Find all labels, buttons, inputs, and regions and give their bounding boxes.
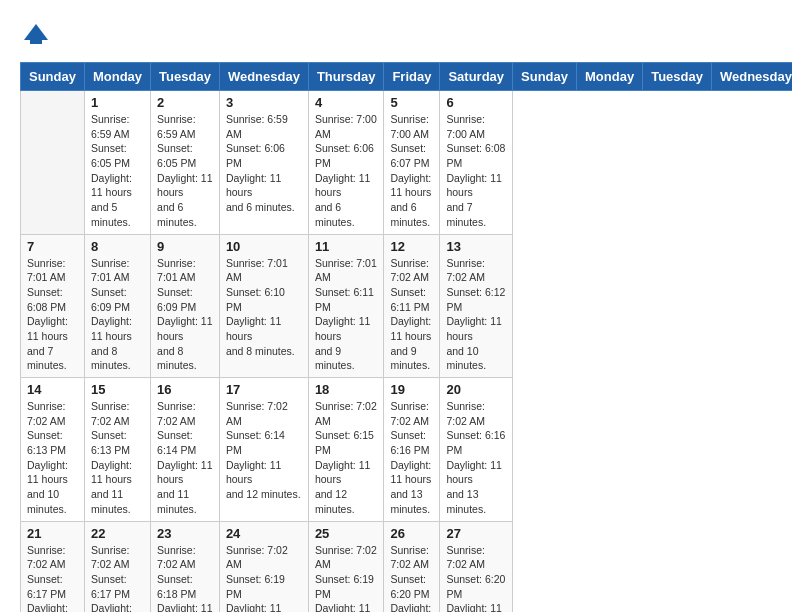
calendar-cell: 27Sunrise: 7:02 AM Sunset: 6:20 PM Dayli… xyxy=(440,521,513,612)
header-monday: Monday xyxy=(577,63,643,91)
header-wednesday: Wednesday xyxy=(219,63,308,91)
svg-rect-1 xyxy=(30,40,42,44)
day-info: Sunrise: 7:02 AM Sunset: 6:16 PM Dayligh… xyxy=(390,399,433,517)
day-info: Sunrise: 7:01 AM Sunset: 6:08 PM Dayligh… xyxy=(27,256,78,374)
calendar-cell: 18Sunrise: 7:02 AM Sunset: 6:15 PM Dayli… xyxy=(308,378,384,522)
week-row-3: 14Sunrise: 7:02 AM Sunset: 6:13 PM Dayli… xyxy=(21,378,793,522)
day-info: Sunrise: 7:02 AM Sunset: 6:13 PM Dayligh… xyxy=(91,399,144,517)
day-info: Sunrise: 7:00 AM Sunset: 6:08 PM Dayligh… xyxy=(446,112,506,230)
calendar-cell: 23Sunrise: 7:02 AM Sunset: 6:18 PM Dayli… xyxy=(151,521,220,612)
day-number: 5 xyxy=(390,95,433,110)
calendar-cell: 20Sunrise: 7:02 AM Sunset: 6:16 PM Dayli… xyxy=(440,378,513,522)
day-info: Sunrise: 7:02 AM Sunset: 6:19 PM Dayligh… xyxy=(315,543,378,613)
day-number: 23 xyxy=(157,526,213,541)
day-number: 3 xyxy=(226,95,302,110)
day-number: 14 xyxy=(27,382,78,397)
calendar-cell: 1Sunrise: 6:59 AM Sunset: 6:05 PM Daylig… xyxy=(84,91,150,235)
day-number: 21 xyxy=(27,526,78,541)
week-row-2: 7Sunrise: 7:01 AM Sunset: 6:08 PM Daylig… xyxy=(21,234,793,378)
header-tuesday: Tuesday xyxy=(151,63,220,91)
header-sunday: Sunday xyxy=(21,63,85,91)
calendar-cell: 9Sunrise: 7:01 AM Sunset: 6:09 PM Daylig… xyxy=(151,234,220,378)
day-number: 27 xyxy=(446,526,506,541)
day-number: 20 xyxy=(446,382,506,397)
calendar-cell: 2Sunrise: 6:59 AM Sunset: 6:05 PM Daylig… xyxy=(151,91,220,235)
day-number: 9 xyxy=(157,239,213,254)
day-number: 15 xyxy=(91,382,144,397)
day-info: Sunrise: 7:02 AM Sunset: 6:17 PM Dayligh… xyxy=(91,543,144,613)
day-info: Sunrise: 7:02 AM Sunset: 6:17 PM Dayligh… xyxy=(27,543,78,613)
day-number: 2 xyxy=(157,95,213,110)
day-number: 18 xyxy=(315,382,378,397)
day-number: 4 xyxy=(315,95,378,110)
day-info: Sunrise: 7:02 AM Sunset: 6:12 PM Dayligh… xyxy=(446,256,506,374)
calendar-cell: 24Sunrise: 7:02 AM Sunset: 6:19 PM Dayli… xyxy=(219,521,308,612)
logo-icon xyxy=(20,20,52,52)
calendar-cell: 15Sunrise: 7:02 AM Sunset: 6:13 PM Dayli… xyxy=(84,378,150,522)
day-number: 11 xyxy=(315,239,378,254)
calendar-cell: 19Sunrise: 7:02 AM Sunset: 6:16 PM Dayli… xyxy=(384,378,440,522)
svg-marker-0 xyxy=(24,24,48,40)
day-info: Sunrise: 7:02 AM Sunset: 6:19 PM Dayligh… xyxy=(226,543,302,613)
calendar-cell: 5Sunrise: 7:00 AM Sunset: 6:07 PM Daylig… xyxy=(384,91,440,235)
calendar-cell: 11Sunrise: 7:01 AM Sunset: 6:11 PM Dayli… xyxy=(308,234,384,378)
header-tuesday: Tuesday xyxy=(643,63,712,91)
day-number: 8 xyxy=(91,239,144,254)
day-info: Sunrise: 7:00 AM Sunset: 6:07 PM Dayligh… xyxy=(390,112,433,230)
calendar-cell: 22Sunrise: 7:02 AM Sunset: 6:17 PM Dayli… xyxy=(84,521,150,612)
calendar-cell: 26Sunrise: 7:02 AM Sunset: 6:20 PM Dayli… xyxy=(384,521,440,612)
header-thursday: Thursday xyxy=(308,63,384,91)
day-info: Sunrise: 7:01 AM Sunset: 6:09 PM Dayligh… xyxy=(157,256,213,374)
calendar-cell: 10Sunrise: 7:01 AM Sunset: 6:10 PM Dayli… xyxy=(219,234,308,378)
day-number: 12 xyxy=(390,239,433,254)
calendar-cell: 21Sunrise: 7:02 AM Sunset: 6:17 PM Dayli… xyxy=(21,521,85,612)
day-number: 25 xyxy=(315,526,378,541)
day-info: Sunrise: 7:01 AM Sunset: 6:11 PM Dayligh… xyxy=(315,256,378,374)
calendar-cell: 12Sunrise: 7:02 AM Sunset: 6:11 PM Dayli… xyxy=(384,234,440,378)
day-number: 13 xyxy=(446,239,506,254)
day-info: Sunrise: 7:01 AM Sunset: 6:10 PM Dayligh… xyxy=(226,256,302,359)
day-number: 26 xyxy=(390,526,433,541)
calendar-cell: 17Sunrise: 7:02 AM Sunset: 6:14 PM Dayli… xyxy=(219,378,308,522)
day-info: Sunrise: 7:02 AM Sunset: 6:20 PM Dayligh… xyxy=(390,543,433,613)
day-info: Sunrise: 7:02 AM Sunset: 6:20 PM Dayligh… xyxy=(446,543,506,613)
day-info: Sunrise: 6:59 AM Sunset: 6:05 PM Dayligh… xyxy=(157,112,213,230)
day-number: 1 xyxy=(91,95,144,110)
week-row-1: 1Sunrise: 6:59 AM Sunset: 6:05 PM Daylig… xyxy=(21,91,793,235)
day-info: Sunrise: 6:59 AM Sunset: 6:05 PM Dayligh… xyxy=(91,112,144,230)
calendar-cell: 14Sunrise: 7:02 AM Sunset: 6:13 PM Dayli… xyxy=(21,378,85,522)
calendar-cell: 8Sunrise: 7:01 AM Sunset: 6:09 PM Daylig… xyxy=(84,234,150,378)
day-info: Sunrise: 7:01 AM Sunset: 6:09 PM Dayligh… xyxy=(91,256,144,374)
header-monday: Monday xyxy=(84,63,150,91)
day-info: Sunrise: 7:02 AM Sunset: 6:18 PM Dayligh… xyxy=(157,543,213,613)
calendar-cell: 13Sunrise: 7:02 AM Sunset: 6:12 PM Dayli… xyxy=(440,234,513,378)
calendar-table: SundayMondayTuesdayWednesdayThursdayFrid… xyxy=(20,62,792,612)
logo xyxy=(20,20,56,52)
header-sunday: Sunday xyxy=(513,63,577,91)
calendar-cell: 3Sunrise: 6:59 AM Sunset: 6:06 PM Daylig… xyxy=(219,91,308,235)
page-header xyxy=(20,20,772,52)
header-saturday: Saturday xyxy=(440,63,513,91)
day-info: Sunrise: 7:02 AM Sunset: 6:15 PM Dayligh… xyxy=(315,399,378,517)
day-info: Sunrise: 7:02 AM Sunset: 6:16 PM Dayligh… xyxy=(446,399,506,517)
calendar-cell: 4Sunrise: 7:00 AM Sunset: 6:06 PM Daylig… xyxy=(308,91,384,235)
calendar-cell: 7Sunrise: 7:01 AM Sunset: 6:08 PM Daylig… xyxy=(21,234,85,378)
calendar-cell: 6Sunrise: 7:00 AM Sunset: 6:08 PM Daylig… xyxy=(440,91,513,235)
calendar-header-row: SundayMondayTuesdayWednesdayThursdayFrid… xyxy=(21,63,793,91)
calendar-cell: 25Sunrise: 7:02 AM Sunset: 6:19 PM Dayli… xyxy=(308,521,384,612)
day-number: 22 xyxy=(91,526,144,541)
day-info: Sunrise: 7:00 AM Sunset: 6:06 PM Dayligh… xyxy=(315,112,378,230)
week-row-4: 21Sunrise: 7:02 AM Sunset: 6:17 PM Dayli… xyxy=(21,521,793,612)
day-number: 17 xyxy=(226,382,302,397)
day-number: 10 xyxy=(226,239,302,254)
day-info: Sunrise: 7:02 AM Sunset: 6:11 PM Dayligh… xyxy=(390,256,433,374)
day-number: 6 xyxy=(446,95,506,110)
day-number: 7 xyxy=(27,239,78,254)
day-number: 19 xyxy=(390,382,433,397)
header-wednesday: Wednesday xyxy=(711,63,792,91)
calendar-cell: 16Sunrise: 7:02 AM Sunset: 6:14 PM Dayli… xyxy=(151,378,220,522)
day-number: 16 xyxy=(157,382,213,397)
calendar-cell xyxy=(21,91,85,235)
day-info: Sunrise: 7:02 AM Sunset: 6:14 PM Dayligh… xyxy=(157,399,213,517)
header-friday: Friday xyxy=(384,63,440,91)
